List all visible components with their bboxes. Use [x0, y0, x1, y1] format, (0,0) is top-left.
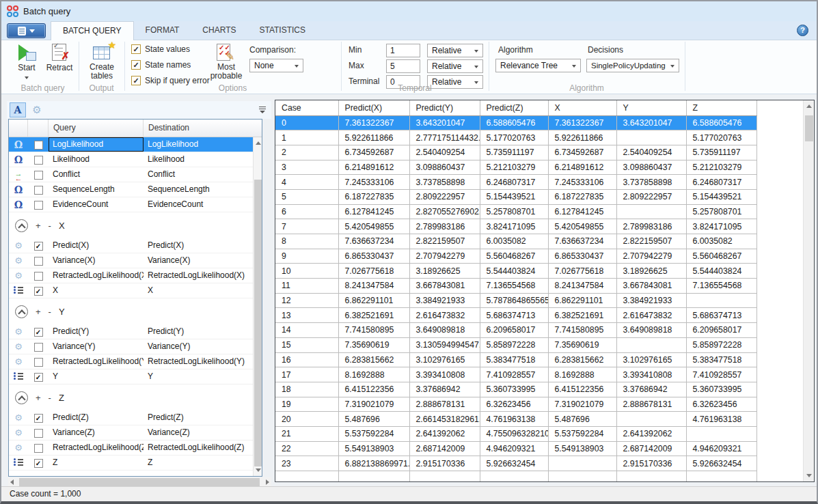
option-checkbox-state-values[interactable]: ✓State values — [131, 44, 190, 54]
table-row[interactable]: 75.4205498552.7899831863.8241710955.4205… — [275, 219, 756, 234]
destination-cell[interactable]: X — [144, 283, 253, 298]
cell[interactable]: 6.862291101 — [548, 293, 616, 308]
query-cell[interactable]: Predict(Y) — [49, 324, 144, 339]
column-header-y[interactable]: Y — [616, 100, 686, 115]
create-tables-button[interactable]: ★ Create tables — [85, 42, 118, 83]
row-checkbox[interactable]: ✓ — [34, 373, 43, 382]
table-row[interactable] — [275, 471, 756, 483]
retract-button[interactable]: ✓ ✗ Retract — [44, 42, 75, 83]
cell[interactable]: 3.649089818 — [616, 323, 686, 338]
row-checkbox[interactable] — [34, 171, 43, 180]
font-button[interactable]: A — [10, 102, 26, 117]
query-row[interactable]: ΩSequenceLengthSequenceLength — [9, 182, 253, 197]
query-cell[interactable]: Variance(Y) — [49, 339, 144, 354]
cell[interactable]: 5.360733995 — [480, 382, 548, 397]
cell[interactable]: 6.734592687 — [548, 145, 616, 160]
cell[interactable] — [548, 456, 616, 471]
column-header-x[interactable]: X — [548, 100, 616, 115]
cell[interactable]: 2.661453182961... — [409, 412, 480, 427]
cell[interactable]: 7.410928557 — [686, 367, 756, 382]
cell[interactable]: 5.154439521 — [686, 189, 756, 204]
cell[interactable] — [275, 471, 338, 483]
cell[interactable]: 7.410928557 — [480, 367, 548, 382]
cell[interactable]: 7.026775618 — [338, 264, 409, 279]
comparison-select[interactable]: None — [249, 59, 303, 72]
cell[interactable]: 5.560468267 — [686, 249, 756, 264]
cell[interactable]: 5.420549855 — [338, 219, 409, 234]
cell[interactable]: 5.177020763 — [480, 130, 548, 145]
cell[interactable]: 3.18926625 — [409, 264, 480, 279]
cell[interactable]: 5.360733995 — [686, 382, 756, 397]
cell[interactable]: 7.361322367 — [548, 115, 616, 130]
destination-cell[interactable]: Variance(Y) — [144, 339, 253, 354]
cell[interactable]: 7.319021079 — [548, 397, 616, 412]
cell[interactable] — [686, 426, 756, 441]
query-cell[interactable]: Predict(Z) — [49, 410, 144, 425]
cell[interactable]: 2.827055276902... — [409, 204, 480, 219]
temporal-max-mode-select[interactable]: Relative — [427, 59, 483, 73]
row-checkbox[interactable]: ✓ — [34, 459, 43, 468]
column-header-z[interactable]: Z — [686, 100, 756, 115]
cell[interactable]: 6.734592687 — [338, 145, 409, 160]
cell[interactable]: 4.761963138 — [480, 412, 548, 427]
tab-charts[interactable]: CHARTS — [191, 21, 247, 40]
destination-cell[interactable]: RetractedLogLikelihood(Y) — [144, 354, 253, 369]
cell[interactable]: 3.667843081 — [409, 279, 480, 294]
cell[interactable]: 5.257808701 — [686, 204, 756, 219]
cell[interactable]: 5.549138903 — [548, 441, 616, 456]
destination-cell[interactable]: Variance(X) — [144, 253, 253, 268]
query-row[interactable]: ✓YY — [9, 369, 253, 384]
cell[interactable]: 3.384921933 — [616, 293, 686, 308]
cell[interactable]: 5.383477518 — [480, 352, 548, 367]
tab-batch-query[interactable]: BATCH QUERY — [51, 21, 134, 40]
table-row[interactable]: 126.8622911013.3849219335.787864865565..… — [275, 293, 756, 308]
table-row[interactable]: 26.7345926872.5404092545.7359111976.7345… — [275, 145, 756, 160]
cell[interactable]: 12 — [275, 293, 338, 308]
decisions-select[interactable]: SinglePolicyUpdating — [586, 59, 679, 72]
query-cell[interactable]: Predict(X) — [49, 238, 144, 253]
cell[interactable]: 13 — [275, 308, 338, 323]
column-header-predict-x[interactable]: Predict(X) — [338, 100, 409, 115]
cell[interactable]: 21 — [275, 426, 338, 441]
cell[interactable]: 6.865330437 — [548, 249, 616, 264]
cell[interactable]: 3.643201047 — [616, 115, 686, 130]
cell[interactable]: 4.761963138 — [686, 412, 756, 427]
cell[interactable]: 6.32623456 — [686, 397, 756, 412]
list-horizontal-scrollbar[interactable] — [8, 477, 271, 487]
table-row[interactable]: 87.6366372342.8221595076.00350827.636637… — [275, 234, 756, 249]
cell[interactable]: 7.361322367 — [338, 115, 409, 130]
row-checkbox[interactable] — [34, 272, 43, 281]
temporal-min-input[interactable]: 1 — [386, 44, 420, 57]
cell[interactable]: 7.245333106 — [548, 175, 616, 190]
cell[interactable]: 5.686374713 — [480, 308, 548, 323]
cell[interactable] — [616, 337, 686, 352]
cell[interactable]: 6.415122356 — [548, 382, 616, 397]
query-cell[interactable]: Z — [49, 456, 144, 470]
query-cell[interactable]: LogLikelihood — [49, 137, 144, 152]
query-cell[interactable]: X — [49, 283, 144, 298]
table-row[interactable]: 147.7415808953.6490898186.2096580177.741… — [275, 323, 756, 338]
table-row[interactable]: 166.2838156623.1029761655.3834775186.283… — [275, 352, 756, 367]
table-row[interactable]: 157.356906193.130594994547...5.858972228… — [275, 337, 756, 352]
collapse-icon[interactable] — [15, 391, 28, 404]
cell[interactable]: 6.214891612 — [548, 160, 616, 175]
query-row[interactable]: ⚙✓Predict(Y)Predict(Y) — [9, 324, 253, 339]
query-cell[interactable]: RetractedLogLikelihood(Z) — [49, 440, 144, 455]
cell[interactable]: 3.393410808 — [616, 367, 686, 382]
cell[interactable]: 8.241347584 — [338, 279, 409, 294]
query-row[interactable]: ⚙RetractedLogLikelihood(Y)RetractedLogLi… — [9, 354, 253, 369]
table-row[interactable]: 215.5375922842.6413920624.755096328210..… — [275, 426, 756, 441]
cell[interactable]: 5.257808701 — [480, 204, 548, 219]
cell[interactable]: 5.544403824 — [686, 264, 756, 279]
cell[interactable]: 3.18926625 — [616, 264, 686, 279]
cell[interactable]: 3.649089818 — [409, 323, 480, 338]
cell[interactable]: 3.667843081 — [616, 279, 686, 294]
cell[interactable]: 3.824171095 — [686, 219, 756, 234]
cell[interactable]: 1 — [275, 130, 338, 145]
temporal-min-mode-select[interactable]: Relative — [427, 44, 483, 57]
scroll-left-icon[interactable] — [10, 479, 14, 485]
destination-cell[interactable]: RetractedLogLikelihood(Z) — [144, 440, 253, 455]
cell[interactable]: 6.127841245 — [548, 204, 616, 219]
cell[interactable]: 5.487696 — [548, 412, 616, 427]
query-row[interactable]: ⚙Variance(Z)Variance(Z) — [9, 425, 253, 440]
